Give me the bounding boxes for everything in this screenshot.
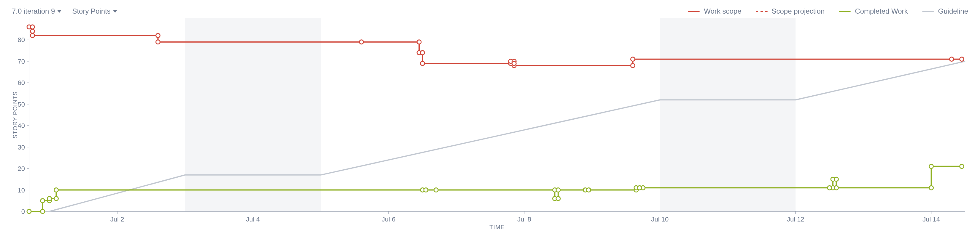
data-point: [156, 33, 160, 38]
data-point: [420, 61, 425, 65]
data-point: [512, 61, 516, 65]
weekend-band: [185, 18, 321, 211]
svg-text:50: 50: [18, 101, 25, 108]
data-point: [30, 33, 34, 38]
data-point: [637, 186, 641, 190]
data-point: [48, 196, 52, 201]
data-point: [434, 188, 438, 192]
data-point: [587, 188, 591, 192]
data-point: [41, 209, 45, 214]
line-icon: [688, 11, 700, 12]
data-point: [556, 188, 560, 192]
chart-legend: Work scope Scope projection Completed Wo…: [688, 7, 968, 16]
data-point: [54, 196, 58, 201]
sprint-dropdown[interactable]: 7.0 iteration 9: [12, 7, 61, 16]
data-point: [360, 40, 364, 44]
data-point: [929, 164, 934, 168]
data-point: [834, 177, 838, 181]
data-point: [929, 186, 934, 190]
data-point: [27, 209, 31, 214]
data-point: [556, 196, 560, 201]
svg-text:Jul 4: Jul 4: [246, 215, 259, 223]
svg-text:20: 20: [18, 165, 25, 172]
sprint-dropdown-label: 7.0 iteration 9: [12, 7, 55, 16]
data-point: [156, 40, 160, 44]
y-axis: 01020304050607080: [18, 36, 29, 215]
svg-text:30: 30: [18, 144, 25, 151]
metric-dropdown[interactable]: Story Points: [72, 7, 117, 16]
svg-text:10: 10: [18, 187, 25, 194]
data-point: [54, 188, 58, 192]
line-icon: [922, 11, 934, 12]
x-axis-title: TIME: [489, 224, 505, 230]
series-work-scope: [29, 27, 962, 65]
legend-item-scope-projection: Scope projection: [756, 7, 825, 16]
data-point: [631, 63, 635, 68]
svg-text:80: 80: [18, 36, 25, 44]
legend-label: Work scope: [704, 7, 741, 16]
svg-text:Jul 8: Jul 8: [517, 215, 531, 223]
data-point: [834, 186, 838, 190]
svg-text:70: 70: [18, 58, 25, 65]
series-guideline: [29, 61, 965, 211]
legend-label: Guideline: [938, 7, 968, 16]
chevron-down-icon: [113, 10, 117, 13]
legend-label: Scope projection: [772, 7, 825, 16]
svg-text:Jul 14: Jul 14: [923, 215, 940, 223]
legend-item-guideline: Guideline: [922, 7, 968, 16]
metric-dropdown-label: Story Points: [72, 7, 110, 16]
data-point: [41, 199, 45, 203]
data-point: [950, 57, 954, 61]
dashed-line-icon: [756, 11, 768, 12]
legend-item-work-scope: Work scope: [688, 7, 741, 16]
svg-text:0: 0: [21, 208, 25, 215]
y-axis-title: STORY POINTS: [12, 91, 18, 139]
burnup-chart: 01020304050607080Jul 2Jul 4Jul 6Jul 8Jul…: [12, 17, 968, 232]
chevron-down-icon: [57, 10, 61, 13]
svg-text:Jul 2: Jul 2: [110, 215, 124, 223]
line-icon: [839, 11, 851, 12]
svg-text:60: 60: [18, 79, 25, 87]
data-point: [960, 57, 964, 61]
data-point: [420, 51, 425, 55]
data-point: [30, 29, 34, 33]
svg-text:40: 40: [18, 122, 25, 129]
data-point: [960, 164, 964, 168]
weekend-band: [660, 18, 795, 211]
x-axis: Jul 2Jul 4Jul 6Jul 8Jul 10Jul 12Jul 14: [110, 211, 940, 223]
svg-text:Jul 6: Jul 6: [382, 215, 395, 223]
series-completed-work: [29, 166, 962, 211]
chart-toolbar: 7.0 iteration 9 Story Points Work scope …: [12, 6, 968, 17]
svg-text:Jul 10: Jul 10: [651, 215, 669, 223]
svg-text:Jul 12: Jul 12: [787, 215, 804, 223]
data-point: [417, 40, 421, 44]
data-point: [424, 188, 428, 192]
legend-label: Completed Work: [855, 7, 908, 16]
legend-item-completed-work: Completed Work: [839, 7, 908, 16]
data-point: [827, 186, 832, 190]
data-point: [30, 25, 34, 29]
data-point: [631, 57, 635, 61]
